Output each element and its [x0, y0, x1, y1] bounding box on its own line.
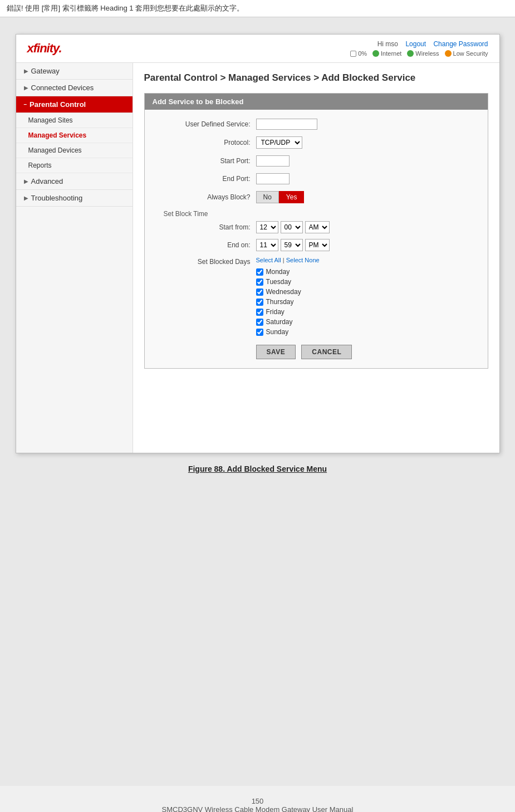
sidebar-item-advanced[interactable]: ▶ Advanced: [16, 173, 133, 190]
day-saturday: Saturday: [256, 318, 320, 326]
sidebar-item-troubleshooting[interactable]: ▶ Troubleshooting: [16, 190, 133, 207]
sidebar-item-connected-devices[interactable]: ▶ Connected Devices: [16, 80, 133, 96]
set-blocked-days-label: Set Blocked Days: [156, 257, 256, 336]
layout: ▶ Gateway ▶ Connected Devices – Parental…: [16, 63, 499, 453]
internet-label: Internet: [381, 50, 401, 57]
start-hour-select[interactable]: 12 1 2 3 4 5 6 7 8 9: [256, 221, 278, 233]
end-min-select[interactable]: 00 15 30 45 59: [281, 239, 303, 251]
main-content: Parental Control > Managed Services > Ad…: [133, 63, 499, 453]
protocol-select[interactable]: TCP/UDP TCP UDP: [256, 136, 302, 149]
end-port-control: [256, 173, 290, 184]
sidebar-sub-reports[interactable]: Reports: [16, 158, 133, 173]
arrow-icon: –: [24, 101, 27, 107]
user-defined-service-control: [256, 119, 317, 130]
page-title: Parental Control > Managed Services > Ad…: [144, 72, 488, 84]
form-panel-header: Add Service to be Blocked: [145, 94, 488, 110]
page-number: 150: [11, 797, 504, 805]
user-defined-service-input[interactable]: [256, 119, 317, 130]
protocol-row: Protocol: TCP/UDP TCP UDP: [156, 136, 477, 149]
day-friday: Friday: [256, 308, 320, 316]
change-password-link[interactable]: Change Password: [433, 40, 488, 48]
security-icon: [445, 50, 452, 57]
percent-label: 0%: [358, 50, 367, 57]
end-time-selects: 12 1 2 3 4 5 6 7 8 9: [256, 239, 330, 251]
day-thursday-checkbox[interactable]: [256, 299, 263, 306]
days-links: Select All | Select None: [256, 257, 320, 263]
user-defined-service-row: User Defined Service:: [156, 119, 477, 130]
protocol-control: TCP/UDP TCP UDP: [256, 136, 302, 149]
error-banner: 錯誤! 使用 [常用] 索引標籤將 Heading 1 套用到您想要在此處顯示的…: [0, 0, 515, 17]
days-content: Select All | Select None Monday: [256, 257, 320, 336]
always-block-row: Always Block? No Yes: [156, 191, 477, 203]
sidebar-reports-label: Reports: [28, 162, 52, 169]
sidebar-connected-label: Connected Devices: [31, 84, 94, 92]
end-port-row: End Port:: [156, 173, 477, 184]
sidebar-sub-managed-services[interactable]: Managed Services: [16, 128, 133, 143]
sidebar: ▶ Gateway ▶ Connected Devices – Parental…: [16, 63, 133, 453]
sidebar-parental-label: Parental Control: [30, 100, 86, 109]
greeting-text: Hi mso: [377, 40, 398, 48]
page-wrapper: xfinity. Hi mso Logout Change Password 0…: [0, 17, 515, 786]
day-saturday-checkbox[interactable]: [256, 319, 263, 326]
checkbox-icon: [350, 51, 356, 57]
page-footer: 150 SMCD3GNV Wireless Cable Modem Gatewa…: [0, 786, 515, 812]
sidebar-item-parental-control[interactable]: – Parental Control: [16, 96, 133, 113]
end-on-row: End on: 12 1 2 3 4 5 6 7: [156, 239, 477, 251]
protocol-label: Protocol:: [156, 139, 256, 146]
status-internet: Internet: [372, 50, 401, 57]
security-label: Low Security: [453, 50, 488, 57]
sidebar-item-gateway[interactable]: ▶ Gateway: [16, 63, 133, 80]
figure-caption: Figure 88. Add Blocked Service Menu: [11, 464, 504, 473]
day-friday-checkbox[interactable]: [256, 309, 263, 316]
internet-icon: [372, 50, 379, 57]
start-min-select[interactable]: 00 15 30 45: [281, 221, 303, 233]
sidebar-sub-managed-devices[interactable]: Managed Devices: [16, 143, 133, 158]
cancel-button[interactable]: CANCEL: [301, 345, 352, 359]
day-sunday-checkbox[interactable]: [256, 329, 263, 336]
start-port-control: [256, 155, 290, 167]
always-block-no-button[interactable]: No: [256, 191, 279, 203]
end-ampm-select[interactable]: AM PM: [305, 239, 330, 251]
day-tuesday: Tuesday: [256, 278, 320, 286]
set-blocked-days-section: Set Blocked Days Select All | Select Non…: [156, 257, 477, 336]
browser-window: xfinity. Hi mso Logout Change Password 0…: [16, 34, 500, 453]
day-wednesday-checkbox[interactable]: [256, 288, 263, 296]
start-from-label: Start from:: [156, 223, 256, 231]
sidebar-managed-sites-label: Managed Sites: [28, 116, 73, 124]
form-body: User Defined Service: Protocol: TCP/UDP: [145, 110, 488, 368]
end-hour-select[interactable]: 12 1 2 3 4 5 6 7 8 9: [256, 239, 278, 251]
day-sunday: Sunday: [256, 328, 320, 336]
day-monday-checkbox[interactable]: [256, 268, 263, 276]
start-port-label: Start Port:: [156, 157, 256, 165]
end-port-label: End Port:: [156, 175, 256, 183]
always-block-yes-button[interactable]: Yes: [279, 191, 305, 203]
logout-link[interactable]: Logout: [405, 40, 426, 48]
day-tuesday-checkbox[interactable]: [256, 278, 263, 286]
action-row: SAVE CANCEL: [156, 345, 477, 359]
arrow-icon: ▶: [24, 85, 28, 91]
end-port-input[interactable]: [256, 173, 290, 184]
day-wednesday: Wednesday: [256, 288, 320, 296]
start-from-row: Start from: 12 1 2 3 4 5 6: [156, 221, 477, 233]
status-wireless: Wireless: [407, 50, 439, 57]
start-ampm-select[interactable]: AM PM: [305, 221, 330, 233]
day-tuesday-label: Tuesday: [266, 278, 292, 286]
header-top-row: Hi mso Logout Change Password: [350, 40, 488, 48]
wireless-icon: [407, 50, 414, 57]
day-saturday-label: Saturday: [266, 318, 293, 326]
site-header: xfinity. Hi mso Logout Change Password 0…: [16, 35, 499, 63]
day-sunday-label: Sunday: [266, 328, 289, 336]
sidebar-managed-services-label: Managed Services: [28, 131, 87, 139]
day-wednesday-label: Wednesday: [266, 288, 301, 296]
start-port-input[interactable]: [256, 155, 290, 167]
status-row: 0% Internet Wireless Low Security: [350, 50, 488, 57]
select-all-link[interactable]: Select All: [256, 257, 281, 263]
sidebar-sub-managed-sites[interactable]: Managed Sites: [16, 113, 133, 128]
arrow-icon: ▶: [24, 68, 28, 74]
status-security: Low Security: [445, 50, 488, 57]
form-panel: Add Service to be Blocked User Defined S…: [144, 93, 488, 369]
save-button[interactable]: SAVE: [256, 345, 296, 359]
sidebar-advanced-label: Advanced: [31, 177, 63, 185]
select-none-link[interactable]: Select None: [286, 257, 320, 263]
header-right: Hi mso Logout Change Password 0% Interne…: [350, 40, 488, 57]
